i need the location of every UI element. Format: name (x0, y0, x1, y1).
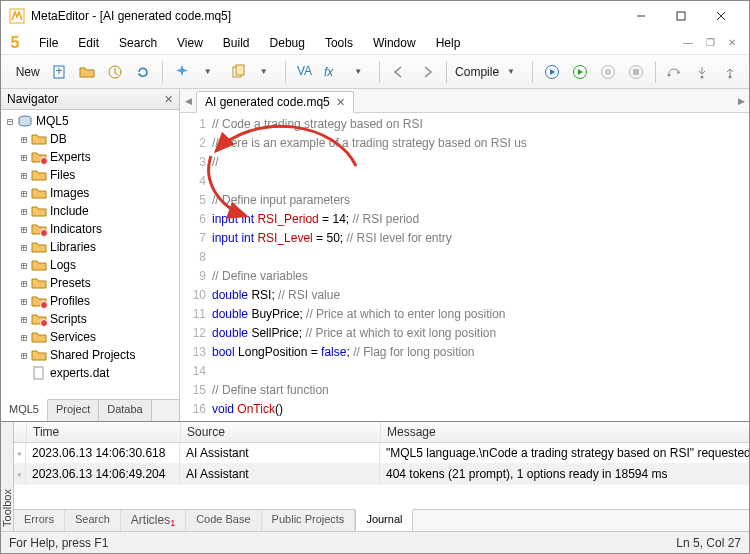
code-line[interactable]: 9// Define variables (180, 267, 749, 286)
tree-item[interactable]: ⊞Include (1, 202, 179, 220)
close-button[interactable] (701, 2, 741, 30)
toolbox-side-tab[interactable]: Toolbox (1, 422, 14, 531)
tree-item[interactable]: ⊞Logs (1, 256, 179, 274)
code-line[interactable]: 2// Here is an example of a trading stra… (180, 134, 749, 153)
svg-rect-20 (608, 69, 610, 75)
var-button[interactable]: VAR (291, 59, 317, 85)
code-line[interactable]: 15// Define start function (180, 381, 749, 400)
svg-text:VAR: VAR (297, 64, 313, 78)
refresh-button[interactable] (130, 59, 156, 85)
col-message[interactable]: Message (381, 422, 750, 442)
code-line[interactable]: 5// Define input parameters (180, 191, 749, 210)
code-line[interactable]: 8 (180, 248, 749, 267)
svg-rect-22 (633, 69, 639, 75)
tree-item[interactable]: ⊞Services (1, 328, 179, 346)
tree-item[interactable]: ⊞Profiles (1, 292, 179, 310)
code-line[interactable]: 4 (180, 172, 749, 191)
tree-item[interactable]: ⊞Indicators (1, 220, 179, 238)
svg-text:+: + (56, 64, 63, 78)
minimize-button[interactable] (621, 2, 661, 30)
tab-codebase[interactable]: Code Base (186, 510, 261, 531)
tree-item[interactable]: ⊞Shared Projects (1, 346, 179, 364)
navigator-title-bar: Navigator ✕ (1, 89, 179, 110)
copy-dropdown[interactable]: ▼ (253, 59, 279, 85)
nav-forward-button[interactable] (414, 59, 440, 85)
tab-scroll-right-icon[interactable]: ▶ (735, 93, 747, 109)
debug-start-button[interactable] (539, 59, 565, 85)
code-line[interactable]: 7input int RSI_Level = 50; // RSI level … (180, 229, 749, 248)
code-line[interactable]: 13bool LongPosition = false; // Flag for… (180, 343, 749, 362)
menu-edit[interactable]: Edit (68, 33, 109, 53)
ai-sparkle-dropdown[interactable]: ▼ (197, 59, 223, 85)
tree-item[interactable]: ⊞Scripts (1, 310, 179, 328)
menu-help[interactable]: Help (426, 33, 471, 53)
tab-articles[interactable]: Articles1 (121, 510, 186, 531)
journal-row[interactable]: ●2023.06.13 14:06:30.618AI Assistant"MQL… (14, 443, 750, 464)
journal-row[interactable]: ●2023.06.13 14:06:49.204AI Assistant404 … (14, 464, 750, 485)
save-button[interactable] (102, 59, 128, 85)
tree-root[interactable]: ⊟MQL5 (1, 112, 179, 130)
col-source[interactable]: Source (181, 422, 381, 442)
new-blank-button[interactable]: + (46, 59, 72, 85)
tab-public-projects[interactable]: Public Projects (262, 510, 356, 531)
nav-back-button[interactable] (386, 59, 412, 85)
menu-file[interactable]: File (29, 33, 68, 53)
code-line[interactable]: 12double SellPrice; // Price at which to… (180, 324, 749, 343)
compile-button[interactable]: Compile (452, 59, 498, 85)
col-time[interactable]: Time (27, 422, 181, 442)
menu-tools[interactable]: Tools (315, 33, 363, 53)
tree-item[interactable]: ⊞Presets (1, 274, 179, 292)
step-over-button[interactable] (661, 59, 687, 85)
code-line[interactable]: 14 (180, 362, 749, 381)
tree-item[interactable]: experts.dat (1, 364, 179, 382)
code-editor[interactable]: 1// Code a trading strategy based on RSI… (180, 113, 749, 421)
maximize-button[interactable] (661, 2, 701, 30)
mdi-restore-icon[interactable]: ❐ (701, 36, 719, 50)
svg-point-18 (601, 65, 614, 78)
navigator-tree[interactable]: ⊟MQL5⊞DB⊞Experts⊞Files⊞Images⊞Include⊞In… (1, 110, 179, 399)
run-button[interactable] (567, 59, 593, 85)
tree-item[interactable]: ⊞DB (1, 130, 179, 148)
status-cursor-pos: Ln 5, Col 27 (676, 536, 741, 550)
navtab-mql5[interactable]: MQL5 (1, 399, 48, 421)
navtab-project[interactable]: Project (48, 400, 99, 421)
new-button[interactable]: New (7, 59, 44, 85)
navigator-close-icon[interactable]: ✕ (164, 93, 173, 106)
copy-button[interactable] (225, 59, 251, 85)
code-line[interactable]: 16void OnTick() (180, 400, 749, 419)
mdi-minimize-icon[interactable]: — (679, 36, 697, 50)
code-line[interactable]: 10double RSI; // RSI value (180, 286, 749, 305)
tab-search[interactable]: Search (65, 510, 121, 531)
code-line[interactable]: 3// (180, 153, 749, 172)
menu-search[interactable]: Search (109, 33, 167, 53)
tree-item[interactable]: ⊞Libraries (1, 238, 179, 256)
ai-sparkle-button[interactable] (169, 59, 195, 85)
navtab-database[interactable]: Databa (99, 400, 151, 421)
file-tab[interactable]: AI generated code.mq5 ✕ (196, 91, 354, 113)
menu-build[interactable]: Build (213, 33, 260, 53)
code-line[interactable]: 6input int RSI_Period = 14; // RSI perio… (180, 210, 749, 229)
step-into-button[interactable] (689, 59, 715, 85)
fx-dropdown[interactable]: ▼ (347, 59, 373, 85)
menu-view[interactable]: View (167, 33, 213, 53)
menu-debug[interactable]: Debug (260, 33, 315, 53)
journal-table[interactable]: Time Source Message ●2023.06.13 14:06:30… (14, 422, 750, 509)
tree-item[interactable]: ⊞Images (1, 184, 179, 202)
tree-item[interactable]: ⊞Files (1, 166, 179, 184)
menu-window[interactable]: Window (363, 33, 426, 53)
compile-dropdown[interactable]: ▼ (500, 59, 526, 85)
code-line[interactable]: 1// Code a trading strategy based on RSI (180, 115, 749, 134)
tab-scroll-left-icon[interactable]: ◀ (182, 93, 194, 109)
code-line[interactable]: 11double BuyPrice; // Price at which to … (180, 305, 749, 324)
tab-errors[interactable]: Errors (14, 510, 65, 531)
tree-item[interactable]: ⊞Experts (1, 148, 179, 166)
open-button[interactable] (74, 59, 100, 85)
step-out-button[interactable] (717, 59, 743, 85)
pause-button[interactable] (595, 59, 621, 85)
stop-button[interactable] (623, 59, 649, 85)
fx-button[interactable]: fx (319, 59, 345, 85)
mdi-controls: — ❐ ✕ (679, 36, 745, 50)
mdi-close-icon[interactable]: ✕ (723, 36, 741, 50)
tab-journal[interactable]: Journal (355, 509, 413, 531)
file-tab-close-icon[interactable]: ✕ (336, 96, 345, 109)
